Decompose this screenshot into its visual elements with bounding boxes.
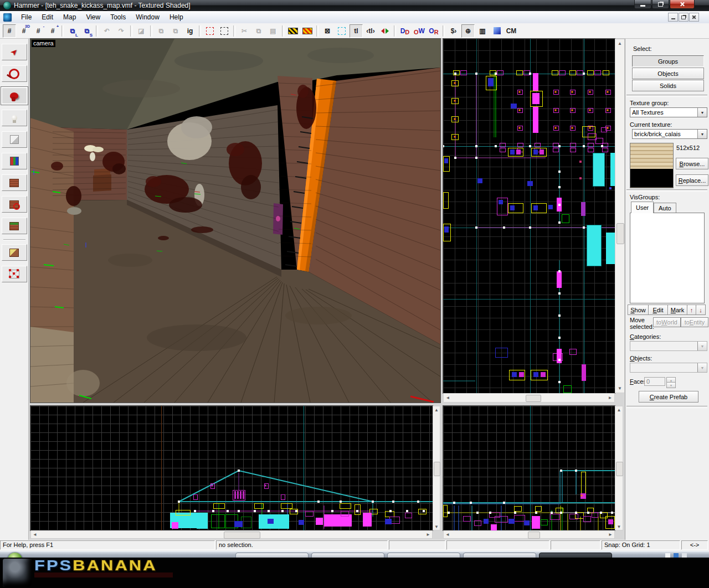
- mdi-close-button[interactable]: [689, 13, 699, 22]
- to-world-button[interactable]: toWorld: [653, 317, 681, 327]
- model-render-icon[interactable]: ⊕: [461, 24, 475, 38]
- scroll-thumb[interactable]: [616, 223, 624, 244]
- block-tool-button[interactable]: [2, 131, 27, 148]
- clipping-tool-button[interactable]: [2, 244, 27, 261]
- select-solids-button[interactable]: Solids: [632, 80, 704, 91]
- chevron-down-icon[interactable]: ▼: [697, 108, 707, 117]
- copy-icon[interactable]: ⧉: [252, 24, 265, 38]
- side-view-vscrollbar[interactable]: ▲ ▼: [615, 406, 623, 530]
- redo-icon[interactable]: ↷: [115, 24, 128, 38]
- cut-icon[interactable]: ✂: [238, 24, 251, 38]
- front-view-vscrollbar[interactable]: ▲ ▼: [433, 406, 440, 530]
- mdi-restore-button[interactable]: [679, 13, 689, 22]
- menu-view[interactable]: View: [81, 12, 105, 23]
- menu-edit[interactable]: Edit: [37, 12, 58, 23]
- selection-tool-button[interactable]: ➤: [2, 44, 27, 60]
- snap-to-grid-icon[interactable]: #: [3, 24, 16, 38]
- entity-tool-button[interactable]: [2, 110, 27, 126]
- group-icon[interactable]: ⧉: [155, 24, 168, 38]
- status-resize-grip[interactable]: <->: [681, 540, 708, 550]
- show-button[interactable]: Show: [628, 305, 649, 315]
- to-entity-button[interactable]: toEntity: [681, 317, 708, 327]
- displacement-remove-icon[interactable]: OR: [427, 24, 440, 38]
- scroll-up-icon[interactable]: ▲: [615, 406, 623, 413]
- selection-box-icon[interactable]: ⊠: [321, 24, 334, 38]
- paste-icon[interactable]: ▤: [266, 24, 280, 38]
- move-up-icon[interactable]: ↑: [687, 305, 696, 315]
- camera-tool-button[interactable]: [1, 87, 28, 105]
- texture-group-select[interactable]: All Textures ▼: [630, 107, 707, 117]
- mdi-document-icon[interactable]: [3, 13, 12, 22]
- tab-user[interactable]: User: [631, 202, 654, 213]
- mdi-minimize-button[interactable]: [668, 13, 678, 22]
- objects-select[interactable]: ▼: [630, 363, 707, 373]
- select-objects-button[interactable]: Objects: [632, 68, 704, 79]
- current-texture-select[interactable]: brick/brick_calais ▼: [632, 129, 707, 139]
- mark-button[interactable]: Mark: [667, 305, 687, 315]
- ungroup-icon[interactable]: ⧉: [169, 24, 182, 38]
- close-button[interactable]: [670, 0, 695, 9]
- viewport-2d-side-canvas[interactable]: [443, 406, 615, 530]
- scroll-left-icon[interactable]: ◄: [444, 394, 452, 402]
- undo-icon[interactable]: ↶: [100, 24, 114, 38]
- apply-current-texture-tool-button[interactable]: [2, 174, 27, 191]
- cordon-toggle-icon[interactable]: [218, 24, 231, 38]
- group-lock-icon[interactable]: ⧉L: [66, 24, 79, 38]
- scroll-right-icon[interactable]: ►: [424, 531, 432, 538]
- viewport-2d-front[interactable]: [30, 405, 433, 531]
- categories-select[interactable]: ▼: [630, 341, 707, 351]
- scroll-left-icon[interactable]: ◄: [444, 531, 451, 538]
- viewport-3d-canvas[interactable]: [30, 39, 440, 403]
- minimize-button[interactable]: [634, 0, 651, 9]
- viewport-2d-top-canvas[interactable]: [443, 39, 615, 393]
- side-view-hscrollbar[interactable]: ◄ ►: [443, 530, 615, 539]
- fpsbanana-banner[interactable]: FPSBANANA: [0, 558, 709, 588]
- replace-button[interactable]: Replace...: [676, 174, 708, 186]
- scroll-down-icon[interactable]: ▼: [433, 523, 440, 530]
- ignore-groups-icon[interactable]: ig: [183, 24, 197, 38]
- restore-button[interactable]: [652, 0, 669, 9]
- scroll-up-icon[interactable]: ▲: [433, 406, 440, 413]
- front-view-hscrollbar[interactable]: ◄ ►: [30, 530, 433, 539]
- tab-auto[interactable]: Auto: [654, 203, 676, 213]
- scroll-right-icon[interactable]: ►: [606, 394, 614, 402]
- solid-lock-icon[interactable]: ⧉S: [80, 24, 94, 38]
- larger-grid-icon[interactable]: #+: [46, 24, 59, 38]
- move-down-icon[interactable]: ↓: [696, 305, 706, 315]
- viewport-2d-front-canvas[interactable]: [30, 406, 433, 530]
- flip-icon[interactable]: [378, 24, 392, 38]
- texture-scale-lock-icon[interactable]: ‹tl›: [364, 24, 377, 38]
- texture-window-icon[interactable]: ▥: [476, 24, 489, 38]
- magnetic-selection-icon[interactable]: [335, 24, 348, 38]
- viewport-mode-label[interactable]: camera: [32, 40, 55, 47]
- browse-button[interactable]: Browse...: [676, 158, 708, 169]
- texture-application-tool-button[interactable]: [2, 153, 27, 169]
- sound-browser-icon[interactable]: $›: [447, 24, 460, 38]
- viewport-3d[interactable]: [30, 38, 441, 403]
- apply-overlays-tool-button[interactable]: [2, 218, 27, 234]
- top-view-vscrollbar[interactable]: ▲ ▼: [615, 39, 625, 393]
- edit-button[interactable]: Edit: [648, 305, 668, 315]
- texture-lock-icon[interactable]: tl: [350, 24, 363, 38]
- viewport-2d-top[interactable]: [443, 38, 615, 394]
- visgroups-list[interactable]: [630, 213, 705, 303]
- cordon-edit-icon[interactable]: [203, 24, 217, 38]
- grid-3d-icon[interactable]: #3D: [17, 24, 30, 38]
- scroll-right-icon[interactable]: ►: [607, 531, 614, 538]
- carve-icon[interactable]: ◪: [135, 24, 148, 38]
- apply-decals-tool-button[interactable]: [2, 196, 27, 213]
- menu-map[interactable]: Map: [58, 12, 81, 23]
- menu-help[interactable]: Help: [165, 12, 188, 23]
- chevron-down-icon[interactable]: ▼: [697, 130, 707, 138]
- menu-file[interactable]: File: [16, 12, 37, 23]
- hide-selected-icon[interactable]: [286, 24, 300, 38]
- scroll-thumb[interactable]: [528, 532, 540, 539]
- top-view-hscrollbar[interactable]: ◄ ►: [443, 393, 615, 403]
- scroll-thumb[interactable]: [526, 395, 541, 402]
- faces-spin-down-icon[interactable]: ▼: [666, 382, 676, 388]
- create-prefab-button[interactable]: Create Prefab: [639, 391, 698, 403]
- scroll-up-icon[interactable]: ▲: [615, 39, 624, 48]
- viewport-2d-side[interactable]: [443, 405, 615, 531]
- scroll-thumb[interactable]: [224, 532, 260, 539]
- menu-tools[interactable]: Tools: [105, 12, 131, 23]
